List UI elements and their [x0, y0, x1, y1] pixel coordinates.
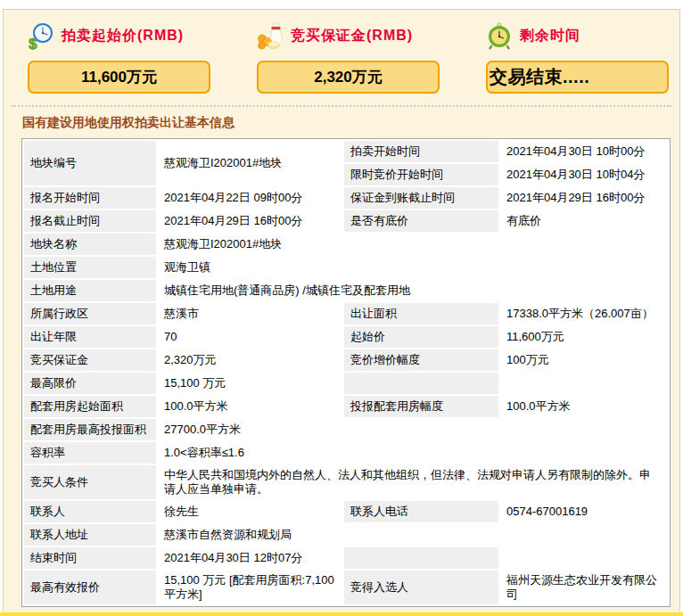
info-value-cell: 慈溪市 — [158, 303, 342, 324]
table-row: 结束时间2021年04月30日 12时07分 — [24, 547, 668, 569]
info-value-cell: 70 — [158, 326, 342, 348]
table-row: 出让年限70起始价11,600万元 — [24, 326, 668, 348]
info-label-cell — [344, 547, 498, 569]
info-value-cell: 城镇住宅用地(普通商品房) /城镇住宅及配套用地 — [158, 280, 668, 301]
info-value-cell: 徐先生 — [158, 501, 342, 522]
info-label-cell: 所属行政区 — [24, 303, 156, 324]
summary-remaining-time: 剩余时间 交易结束..... — [486, 21, 669, 94]
table-row: 容积率1.0<容积率≤1.6 — [24, 442, 668, 464]
remaining-time-value-box: 交易结束..... — [486, 61, 669, 94]
table-row: 最高限价15,100 万元 — [24, 373, 668, 394]
section-title: 国有建设用地使用权拍卖出让基本信息 — [22, 115, 679, 131]
table-row: 报名开始时间2021年04月22日 09时00分保证金到账截止时间2021年04… — [24, 187, 668, 209]
info-value-cell: 0574-67001619 — [500, 501, 668, 522]
info-label-cell: 投报配套用房幅度 — [344, 396, 498, 417]
info-label-cell: 竞买保证金 — [24, 349, 156, 371]
info-value-cell: 100.0平方米 — [500, 396, 668, 417]
auction-detail-panel: $ 拍卖起始价(RMB) 11,600万元 竞买保证金(RMB) — [3, 9, 680, 616]
info-label-cell: 出让年限 — [24, 326, 156, 348]
info-value-cell: 15,100 万元 [配套用房面积:7,100平方米] — [158, 571, 342, 604]
table-row: 配套用房起始面积100.0平方米投报配套用房幅度100.0平方米 — [24, 396, 668, 417]
deposit-value-box: 2,320万元 — [257, 61, 440, 94]
info-label-cell — [344, 373, 498, 394]
info-value-cell: 2021年04月30日 12时07分 — [158, 547, 342, 569]
info-value-cell: 有底价 — [500, 210, 668, 232]
info-label-cell: 限时竞价开始时间 — [344, 164, 498, 185]
deposit-header: 竞买保证金(RMB) — [257, 21, 440, 51]
table-row: 地块编号慈观海卫I202001#地块拍卖开始时间2021年04月30日 10时0… — [24, 141, 668, 162]
info-label-cell: 地块名称 — [24, 234, 156, 255]
info-label-cell: 配套用房最高投报面积 — [24, 419, 156, 440]
info-label-cell: 容积率 — [24, 442, 156, 464]
info-label-cell: 竞得入选人 — [344, 571, 498, 604]
info-label-cell: 竞价增价幅度 — [344, 349, 498, 371]
summary-strip: $ 拍卖起始价(RMB) 11,600万元 竞买保证金(RMB) — [4, 10, 679, 94]
dotted-divider — [12, 105, 671, 107]
info-value-cell: 2021年04月30日 10时00分 — [500, 141, 668, 162]
info-value-cell: 2,320万元 — [158, 349, 342, 371]
table-row: 配套用房最高投报面积27700.0平方米 — [24, 419, 668, 440]
summary-start-price: $ 拍卖起始价(RMB) 11,600万元 — [28, 21, 210, 94]
info-value-cell: 2021年04月29日 16时00分 — [500, 187, 668, 209]
info-label-cell: 土地位置 — [24, 257, 156, 278]
info-value-cell: 17338.0平方米（26.007亩） — [500, 303, 668, 324]
info-table: 地块编号慈观海卫I202001#地块拍卖开始时间2021年04月30日 10时0… — [21, 138, 671, 607]
start-price-header: $ 拍卖起始价(RMB) — [28, 21, 210, 51]
info-value-cell: 100万元 — [500, 349, 668, 371]
table-row: 联系人地址慈溪市自然资源和规划局 — [24, 524, 668, 546]
info-value-cell: 100.0平方米 — [158, 396, 342, 417]
summary-deposit: 竞买保证金(RMB) 2,320万元 — [257, 21, 440, 94]
info-label-cell: 结束时间 — [24, 547, 156, 569]
money-jar-coins-icon — [257, 21, 284, 50]
table-row: 土地用途城镇住宅用地(普通商品房) /城镇住宅及配套用地 — [24, 280, 668, 301]
table-row: 土地位置观海卫镇 — [24, 257, 668, 278]
info-label-cell: 报名截止时间 — [24, 210, 156, 232]
svg-text:$: $ — [29, 36, 37, 50]
start-price-label: 拍卖起始价(RMB) — [62, 27, 184, 45]
info-value-cell: 11,600万元 — [500, 326, 668, 348]
info-label-cell: 最高限价 — [24, 373, 156, 394]
info-value-cell: 1.0<容积率≤1.6 — [158, 442, 668, 464]
info-value-cell: 2021年04月30日 10时04分 — [500, 164, 668, 185]
table-row: 竞买保证金2,320万元竞价增价幅度100万元 — [24, 349, 668, 371]
info-value-cell: 慈观海卫I202001#地块 — [158, 141, 342, 185]
deposit-label: 竞买保证金(RMB) — [291, 27, 413, 45]
info-value-cell: 27700.0平方米 — [158, 419, 668, 440]
info-value-cell: 2021年04月22日 09时00分 — [158, 187, 342, 209]
remaining-time-label: 剩余时间 — [520, 27, 580, 45]
info-label-cell: 最高有效报价 — [24, 571, 156, 604]
info-value-cell: 慈溪市自然资源和规划局 — [158, 524, 668, 546]
table-row: 竞买人条件中华人民共和国境内外的自然人、法人和其他组织，但法律、法规对申请人另有… — [24, 465, 668, 499]
info-label-cell: 联系人电话 — [344, 501, 498, 522]
table-row: 最高有效报价15,100 万元 [配套用房面积:7,100平方米]竞得入选人福州… — [24, 571, 668, 604]
table-row: 地块名称慈观海卫I202001#地块 — [24, 234, 668, 255]
alarm-clock-icon — [486, 21, 513, 50]
info-value-cell: 慈观海卫I202001#地块 — [158, 234, 668, 255]
info-label-cell: 配套用房起始面积 — [24, 396, 156, 417]
start-price-value-box: 11,600万元 — [28, 61, 210, 94]
info-label-cell: 竞买人条件 — [24, 465, 156, 499]
info-label-cell: 报名开始时间 — [24, 187, 156, 209]
info-label-cell: 保证金到账截止时间 — [344, 187, 498, 209]
bottom-yellow-bar — [0, 612, 683, 616]
info-label-cell: 出让面积 — [344, 303, 498, 324]
info-label-cell: 土地用途 — [24, 280, 156, 301]
remaining-time-header: 剩余时间 — [486, 21, 669, 51]
info-label-cell: 是否有底价 — [344, 210, 498, 232]
info-value-cell: 15,100 万元 — [158, 373, 342, 394]
table-row: 报名截止时间2021年04月29日 16时00分是否有底价有底价 — [24, 210, 668, 232]
info-value-cell — [500, 547, 668, 569]
info-label-cell: 起始价 — [344, 326, 498, 348]
info-table-body: 地块编号慈观海卫I202001#地块拍卖开始时间2021年04月30日 10时0… — [24, 141, 668, 604]
table-row: 联系人徐先生联系人电话0574-67001619 — [24, 501, 668, 522]
info-value-cell — [500, 373, 668, 394]
info-value-cell: 观海卫镇 — [158, 257, 668, 278]
info-label-cell: 拍卖开始时间 — [344, 141, 498, 162]
table-row: 所属行政区慈溪市出让面积17338.0平方米（26.007亩） — [24, 303, 668, 324]
info-value-cell: 福州天源生态农业开发有限公司 — [500, 571, 668, 604]
info-label-cell: 联系人 — [24, 501, 156, 522]
info-value-cell: 中华人民共和国境内外的自然人、法人和其他组织，但法律、法规对申请人另有限制的除外… — [158, 465, 668, 499]
info-value-cell: 2021年04月29日 16时00分 — [158, 210, 342, 232]
clock-dollar-icon: $ — [28, 21, 54, 50]
info-label-cell: 地块编号 — [24, 141, 156, 185]
